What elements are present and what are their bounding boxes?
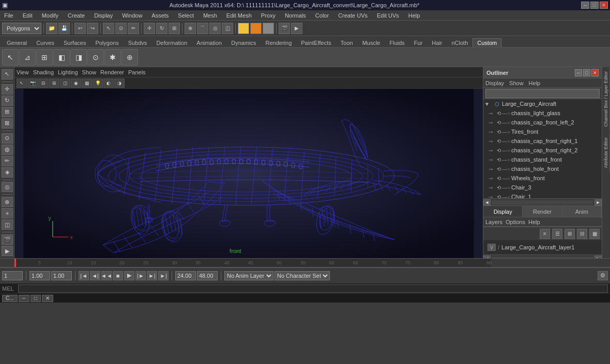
outliner-tab-display[interactable]: Display (483, 206, 523, 217)
channel-box-vtab[interactable]: Channel Box / Layer Editor (602, 67, 610, 131)
attribute-editor-vtab[interactable]: Attribute Editor (602, 133, 610, 172)
outliner-tab-render[interactable]: Render (523, 206, 562, 217)
lt-move[interactable]: ✛ (2, 84, 13, 94)
btn-go-end[interactable]: ►| (158, 271, 169, 280)
btn-step-fwd[interactable]: |► (135, 271, 146, 280)
vp-menu-lighting[interactable]: Lighting (58, 69, 78, 75)
tb-move[interactable]: ✛ (144, 23, 155, 34)
layers-menu-layers[interactable]: Layers (485, 219, 502, 225)
vp-grid[interactable]: ⊞ (49, 78, 59, 88)
btn-go-start[interactable]: |◄ (79, 271, 89, 280)
tb-snap-curve[interactable]: ⌒ (197, 23, 208, 34)
lt-scale[interactable]: ⊞ (2, 107, 13, 117)
menu-edit-uvs[interactable]: Edit UVs (375, 11, 401, 20)
tb-select[interactable]: ↖ (103, 23, 114, 34)
tb-save[interactable]: 💾 (58, 23, 70, 34)
shelf-tab-hair[interactable]: Hair (427, 38, 447, 47)
shelf-tab-surfaces[interactable]: Surfaces (59, 38, 90, 47)
tb-snap-grid[interactable]: ⊕ (185, 23, 196, 34)
shelf-tab-toon[interactable]: Toon (336, 38, 358, 47)
lt-select-mode[interactable]: ↖ (2, 69, 13, 80)
vp-lights[interactable]: 💡 (93, 78, 103, 88)
outliner-search-input[interactable] (485, 89, 600, 98)
current-frame-input[interactable] (2, 271, 23, 280)
tb-open[interactable]: 📁 (46, 23, 57, 34)
character-set-dropdown[interactable]: No Character Set (274, 271, 330, 280)
vp-ortho[interactable]: ⊟ (38, 78, 49, 88)
shelf-tab-rendering[interactable]: Rendering (261, 38, 297, 47)
outliner-tab-anim[interactable]: Anim (562, 206, 602, 217)
layer-visibility[interactable]: V (487, 244, 496, 251)
viewport-canvas[interactable]: x y front (14, 89, 483, 258)
tb-orange[interactable] (250, 23, 262, 34)
layer-item-main[interactable]: V / Large_Cargo_Aircraft_layer1 (485, 242, 600, 252)
tb-render[interactable]: 🎬 (279, 23, 290, 34)
menu-edit[interactable]: Edit (21, 11, 35, 20)
lt-snap-to-geo[interactable]: ⌖ (2, 208, 13, 218)
shelf-icon-3[interactable]: ⊞ (36, 49, 53, 66)
vp-menu-panels[interactable]: Panels (128, 69, 146, 75)
outliner-item-root[interactable]: ▼ ⬡ Large_Cargo_Aircraft (483, 99, 602, 108)
shelf-tab-dynamics[interactable]: Dynamics (226, 38, 261, 47)
lt-paint[interactable]: ✏ (2, 156, 13, 166)
outliner-item-tires[interactable]: ⊸ ⟲ —○ Tires_front (483, 127, 602, 136)
minimize-button[interactable]: ─ (581, 2, 589, 9)
vp-texture[interactable]: ▦ (82, 78, 92, 88)
layers-menu-help[interactable]: Help (528, 219, 540, 225)
tb-paint[interactable]: ✏ (128, 23, 139, 34)
tb-rotate[interactable]: ↻ (156, 23, 167, 34)
lt-soft-mod[interactable]: ⊙ (2, 133, 13, 144)
shelf-tab-deformation[interactable]: Deformation (151, 38, 192, 47)
vp-shadow[interactable]: ◐ (103, 78, 114, 88)
timeline-cursor[interactable] (14, 259, 16, 267)
btn-stop[interactable]: ■ (113, 271, 123, 280)
shelf-tab-ncloth[interactable]: nCloth (447, 38, 473, 47)
menu-proxy[interactable]: Proxy (259, 11, 278, 20)
mel-input[interactable] (18, 284, 608, 293)
layers-menu-options[interactable]: Options (506, 219, 525, 225)
shelf-icon-8[interactable]: ⊕ (121, 49, 138, 66)
shelf-icon-1[interactable]: ↖ (2, 49, 19, 66)
lt-cloth[interactable]: ◈ (2, 167, 13, 178)
outliner-list[interactable]: ▼ ⬡ Large_Cargo_Aircraft ⊸ ⟲ —○ chassis_… (483, 99, 602, 198)
lt-render[interactable]: 🎬 (2, 234, 13, 245)
shelf-tab-subdvs[interactable]: Subdvs (124, 38, 152, 47)
menu-normals[interactable]: Normals (283, 11, 308, 20)
menu-select[interactable]: Select (176, 11, 196, 20)
shelf-icon-7[interactable]: ✱ (104, 49, 121, 66)
menu-create-uvs[interactable]: Create UVs (336, 11, 370, 20)
tb-scale[interactable]: ⊞ (169, 23, 180, 34)
menu-edit-mesh[interactable]: Edit Mesh (224, 11, 254, 20)
maximize-button[interactable]: □ (590, 2, 599, 9)
outliner-min-btn[interactable]: ─ (575, 69, 582, 76)
vp-menu-renderer[interactable]: Renderer (100, 69, 124, 75)
outliner-item-chassis-hole[interactable]: ⊸ ⟲ —○ chassis_hole_front (483, 164, 602, 173)
layer-btn-1[interactable]: ≡ (540, 229, 550, 239)
outliner-scroll-left[interactable]: ◄ (483, 199, 491, 205)
lt-universal[interactable]: ⊠ (2, 118, 13, 129)
range-end-input[interactable] (175, 271, 196, 280)
vp-menu-shading[interactable]: Shading (33, 69, 54, 75)
outliner-scroll-right[interactable]: ► (594, 199, 602, 205)
vp-camera[interactable]: 📷 (27, 78, 38, 88)
outliner-max-btn[interactable]: □ (583, 69, 590, 76)
outliner-item-chassis-light[interactable]: ⊸ ⟲ —○ chassis_light_glass (483, 108, 602, 118)
outliner-item-chair1[interactable]: ⊸ ⟲ —○ Chair_1 (483, 192, 602, 198)
taskbar-min[interactable]: ─ (19, 295, 29, 302)
shelf-tab-painteffects[interactable]: PaintEffects (296, 38, 336, 47)
lt-snap[interactable]: ⊕ (2, 197, 13, 207)
vp-menu-show[interactable]: Show (82, 69, 97, 75)
vp-smooth[interactable]: ◉ (71, 78, 81, 88)
timeline-bar[interactable] (14, 259, 491, 267)
btn-step-back[interactable]: ◄| (90, 271, 100, 280)
tb-redo[interactable]: ↪ (87, 23, 98, 34)
btn-play-fwd[interactable]: ▶ (124, 271, 134, 280)
menu-assets[interactable]: Assets (149, 11, 171, 20)
menu-display[interactable]: Display (92, 11, 115, 20)
lt-snap-live[interactable]: ◫ (2, 219, 13, 230)
tb-snap-view[interactable]: ◫ (222, 23, 233, 34)
range-start-input[interactable] (29, 271, 50, 280)
taskbar-close[interactable]: ✕ (42, 295, 53, 302)
tb-ipr[interactable]: ▶ (291, 23, 302, 34)
menu-color[interactable]: Color (313, 11, 331, 20)
